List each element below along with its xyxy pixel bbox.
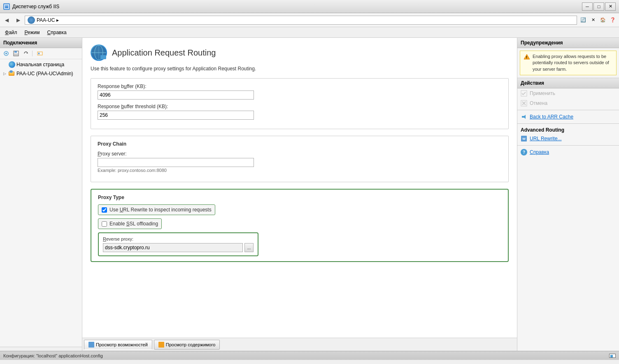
- content-area: Application Request Routing Use this fea…: [82, 38, 517, 351]
- reverse-proxy-group: Reverse proxy: ...: [98, 232, 258, 256]
- content-inner: Application Request Routing Use this fea…: [82, 38, 517, 338]
- help-icon: ?: [521, 149, 527, 155]
- sidebar-toolbar: [0, 48, 82, 59]
- minimize-button[interactable]: ─: [582, 2, 593, 11]
- url-rewrite-checkbox[interactable]: [102, 207, 107, 213]
- warning-icon: !: [524, 54, 530, 60]
- url-rewrite-label[interactable]: URL Rewrite...: [530, 136, 562, 141]
- back-button[interactable]: ◀: [2, 16, 12, 25]
- url-rewrite-icon: W: [521, 135, 527, 142]
- tab-content[interactable]: Просмотр содержимого: [154, 340, 220, 350]
- address-field[interactable]: PAA-UC ▸: [25, 16, 577, 25]
- action-separator-2: [517, 123, 619, 124]
- server-icon: [9, 70, 15, 77]
- tab-content-label: Просмотр содержимого: [166, 342, 216, 347]
- window-title: Диспетчер служб IIS: [12, 4, 59, 9]
- stop-button[interactable]: ✕: [589, 16, 598, 25]
- right-panel: Предупреждения ! Enabling proxy allows r…: [517, 38, 619, 351]
- response-buffer-field: Response buffer (KB):: [98, 83, 502, 100]
- sidebar-server-label: PAA-UC (PAA-UC\Admin): [16, 71, 73, 77]
- status-bar: Конфигурация: "localhost" applicationHos…: [0, 351, 619, 360]
- response-buffer-section: Response buffer (KB): Response buffer th…: [91, 78, 509, 129]
- action-url-rewrite[interactable]: W URL Rewrite...: [517, 134, 619, 144]
- address-bar: ◀ ▶ PAA-UC ▸ 🔄 ✕ 🏠 ❓: [0, 13, 619, 27]
- action-separator-3: [517, 145, 619, 146]
- action-apply: Применить: [517, 88, 619, 98]
- proxy-chain-section: Proxy Chain Proxy server: Example: proxy…: [91, 136, 509, 182]
- action-cancel: Отмена: [517, 98, 619, 108]
- proxy-type-title: Proxy Type: [98, 195, 501, 200]
- server-expand-icon: ▷: [2, 71, 7, 77]
- close-button[interactable]: ✕: [605, 2, 616, 11]
- back-arr-label[interactable]: Back to ARR Cache: [530, 114, 573, 120]
- help-button[interactable]: ❓: [608, 16, 617, 25]
- sidebar-connect-btn[interactable]: [35, 49, 44, 58]
- arr-page-icon: [91, 44, 107, 61]
- sidebar-save-btn[interactable]: [12, 49, 21, 58]
- sidebar-scroll-area: [0, 347, 82, 351]
- advanced-routing-title: Advanced Routing: [517, 125, 619, 134]
- svg-rect-14: [100, 55, 105, 58]
- response-buffer-label: Response buffer (KB):: [98, 83, 502, 89]
- sidebar-item-home[interactable]: Начальная страница: [0, 60, 82, 69]
- arr-arrow-icon: [521, 114, 527, 120]
- apply-icon: [521, 90, 527, 97]
- expand-icon: [2, 62, 7, 67]
- network-status-icon: [609, 354, 616, 358]
- status-right: [609, 354, 616, 358]
- svg-rect-8: [37, 52, 42, 55]
- svg-point-3: [5, 53, 7, 54]
- url-rewrite-checkbox-item[interactable]: Use URL Rewrite to inspect incoming requ…: [98, 204, 215, 215]
- url-rewrite-label: Use URL Rewrite to inspect incoming requ…: [109, 207, 212, 213]
- app-icon: [3, 3, 10, 10]
- features-tab-icon: [88, 342, 94, 348]
- ssl-offloading-checkbox[interactable]: [102, 221, 107, 227]
- refresh-button[interactable]: 🔄: [579, 16, 588, 25]
- sidebar-refresh-btn[interactable]: [21, 49, 30, 58]
- reverse-proxy-browse-btn[interactable]: ...: [244, 243, 254, 252]
- menu-bar: Файл Режим Справка: [0, 27, 619, 38]
- proxy-server-hint: Example: proxy.contoso.com:8080: [98, 168, 502, 173]
- reverse-proxy-input[interactable]: [103, 243, 243, 252]
- response-threshold-input[interactable]: [98, 111, 254, 120]
- bottom-tabs: Просмотр возможностей Просмотр содержимо…: [82, 338, 517, 351]
- proxy-type-section: Proxy Type Use URL Rewrite to inspect in…: [91, 189, 509, 262]
- svg-text:W: W: [522, 137, 526, 141]
- content-tab-icon: [158, 342, 164, 348]
- sidebar: Подключения: [0, 38, 82, 351]
- menu-file[interactable]: Файл: [2, 28, 21, 37]
- address-globe-icon: [28, 16, 35, 24]
- action-back-to-arr[interactable]: Back to ARR Cache: [517, 112, 619, 122]
- menu-help[interactable]: Справка: [44, 28, 70, 37]
- ssl-offloading-checkbox-item[interactable]: Enable SSL offloading: [98, 218, 162, 229]
- apply-label: Применить: [530, 90, 555, 96]
- menu-mode[interactable]: Режим: [21, 28, 43, 37]
- warnings-header: Предупреждения: [517, 38, 619, 48]
- svg-rect-22: [522, 116, 524, 118]
- proxy-server-field: Proxy server: Example: proxy.contoso.com…: [98, 151, 502, 173]
- address-icons: 🔄 ✕ 🏠 ❓: [579, 16, 617, 25]
- reverse-proxy-label: Reverse proxy:: [103, 236, 254, 241]
- home-button[interactable]: 🏠: [598, 16, 607, 25]
- svg-rect-6: [14, 53, 18, 56]
- proxy-server-input[interactable]: [98, 158, 254, 167]
- sidebar-item-server[interactable]: ▷ PAA-UC (PAA-UC\Admin): [0, 69, 82, 78]
- reverse-proxy-input-row: ...: [103, 243, 254, 252]
- sidebar-back-btn[interactable]: [2, 49, 11, 58]
- action-help[interactable]: ? Справка: [517, 147, 619, 157]
- forward-button[interactable]: ▶: [13, 16, 23, 25]
- response-buffer-input[interactable]: [98, 90, 254, 100]
- page-header: Application Request Routing: [91, 44, 509, 61]
- actions-section: Действия Применить: [517, 78, 619, 157]
- response-threshold-label: Response buffer threshold (KB):: [98, 104, 502, 109]
- sidebar-tree: Начальная страница ▷ PAA-UC (PAA-UC\Admi…: [0, 59, 82, 347]
- cancel-label: Отмена: [530, 100, 547, 106]
- tab-features[interactable]: Просмотр возможностей: [84, 340, 152, 350]
- page-title: Application Request Routing: [112, 48, 216, 58]
- warning-box: ! Enabling proxy allows requests to be p…: [520, 51, 617, 75]
- maximize-button[interactable]: □: [593, 2, 604, 11]
- help-label[interactable]: Справка: [530, 149, 549, 155]
- action-separator-1: [517, 110, 619, 110]
- svg-rect-0: [5, 5, 9, 9]
- svg-rect-5: [14, 51, 17, 53]
